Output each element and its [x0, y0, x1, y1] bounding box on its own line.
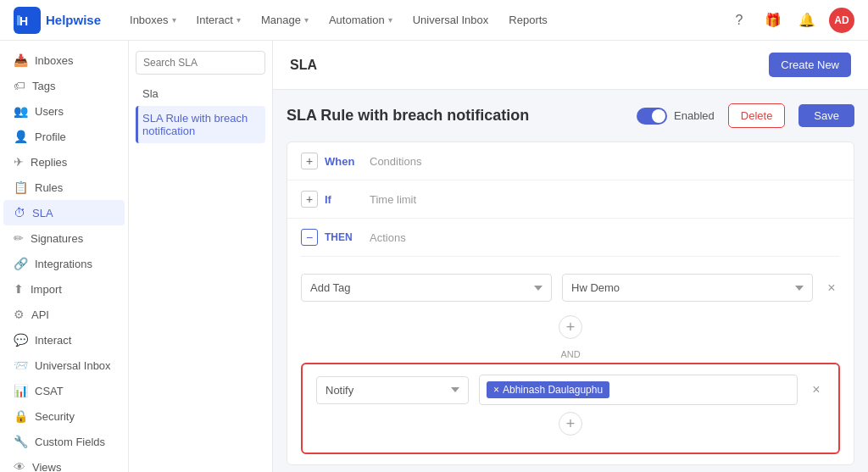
sidebar-item-replies[interactable]: ✈ Replies: [3, 149, 125, 175]
sidebar-item-views[interactable]: 👁 Views: [3, 454, 125, 472]
help-icon[interactable]: ?: [727, 8, 751, 32]
page-title: SLA: [290, 58, 317, 73]
bell-icon[interactable]: 🔔: [795, 8, 819, 32]
when-desc: Conditions: [370, 155, 421, 168]
sidebar-item-inboxes[interactable]: 📥 Inboxes: [3, 47, 125, 73]
then-keyword: THEN: [325, 231, 363, 243]
nav-manage[interactable]: Manage ▾: [253, 8, 317, 31]
avatar[interactable]: AD: [829, 8, 854, 33]
add-notify-action-button[interactable]: +: [559, 412, 582, 436]
page-header: SLA Create New: [273, 41, 868, 90]
app-body: 📥 Inboxes 🏷 Tags 👥 Users 👤 Profile ✈ Rep…: [0, 41, 868, 472]
sla-list-item-2[interactable]: SLA Rule with breach notification: [136, 106, 265, 143]
svg-text:H: H: [19, 14, 28, 28]
sidebar-item-users[interactable]: 👥 Users: [3, 98, 125, 124]
nav-reports[interactable]: Reports: [500, 8, 556, 31]
sidebar-item-integrations[interactable]: 🔗 Integrations: [3, 251, 125, 276]
chip-label: Abhinash Daulaguphu: [503, 384, 603, 396]
integrations-icon: 🔗: [14, 257, 28, 270]
nav-universal-inbox[interactable]: Universal Inbox: [404, 8, 498, 31]
sla-icon: ⏱: [14, 206, 25, 219]
middle-panel: Sla SLA Rule with breach notification: [129, 41, 273, 472]
sidebar-item-sla[interactable]: ⏱ SLA: [3, 200, 125, 225]
save-button[interactable]: Save: [798, 104, 854, 127]
remove-notify-button[interactable]: ×: [808, 381, 825, 398]
sidebar-item-csat[interactable]: 📊 CSAT: [3, 378, 125, 403]
sidebar: 📥 Inboxes 🏷 Tags 👥 Users 👤 Profile ✈ Rep…: [0, 41, 129, 472]
search-sla-input[interactable]: [136, 51, 265, 75]
sidebar-item-custom-fields[interactable]: 🔧 Custom Fields: [3, 429, 125, 454]
rule-name: SLA Rule with breach notification: [287, 107, 623, 125]
remove-action-1-button[interactable]: ×: [823, 280, 840, 297]
action-type-select-1[interactable]: Add Tag Notify Assign Agent: [301, 274, 552, 302]
rule-card: + When Conditions + If Time limit − THEN: [287, 142, 854, 465]
if-desc: Time limit: [370, 193, 416, 206]
when-section: + When Conditions: [287, 142, 854, 180]
sidebar-item-api[interactable]: ⚙ API: [3, 302, 125, 327]
sidebar-item-profile[interactable]: 👤 Profile: [3, 124, 125, 149]
custom-fields-icon: 🔧: [14, 435, 28, 448]
import-icon: ⬆: [14, 282, 24, 296]
enabled-toggle[interactable]: [637, 108, 667, 125]
csat-icon: 📊: [14, 384, 28, 397]
sla-list-item-1[interactable]: Sla: [136, 81, 265, 106]
then-header: − THEN Actions: [301, 229, 840, 257]
add-action-button-1[interactable]: +: [559, 315, 582, 339]
if-expand-btn[interactable]: +: [301, 191, 318, 208]
interact-icon: 💬: [14, 333, 28, 347]
sidebar-item-security[interactable]: 🔒 Security: [3, 403, 125, 429]
inbox-icon: 📥: [14, 53, 28, 67]
when-expand-btn[interactable]: +: [301, 153, 318, 169]
chevron-down-icon: ▾: [388, 15, 392, 25]
then-collapse-btn[interactable]: −: [301, 229, 318, 246]
rules-icon: 📋: [14, 180, 28, 194]
then-section: − THEN Actions Add Tag Notify Assign Age…: [287, 219, 854, 464]
views-icon: 👁: [14, 460, 25, 472]
main-content: SLA Create New SLA Rule with breach noti…: [273, 41, 868, 472]
enabled-label: Enabled: [674, 109, 715, 122]
nav-inboxes[interactable]: Inboxes ▾: [121, 8, 185, 31]
nav-right: ? 🎁 🔔 AD: [727, 8, 854, 33]
tag-icon: 🏷: [14, 79, 25, 92]
chip-prefix: ×: [493, 384, 499, 396]
api-icon: ⚙: [14, 308, 25, 321]
when-keyword: When: [325, 155, 363, 168]
logo-area[interactable]: H Helpwise: [14, 7, 101, 34]
then-body: Add Tag Notify Assign Agent Hw Demo ×: [301, 257, 840, 464]
delete-button[interactable]: Delete: [728, 103, 786, 128]
and-divider: AND: [301, 346, 840, 363]
nav-items: Inboxes ▾ Interact ▾ Manage ▾ Automation…: [121, 8, 727, 31]
rule-title-bar: SLA Rule with breach notification Enable…: [287, 103, 854, 128]
gift-icon[interactable]: 🎁: [761, 8, 785, 32]
users-icon: 👥: [14, 104, 28, 118]
sidebar-item-signatures[interactable]: ✏ Signatures: [3, 225, 125, 251]
notify-value-container[interactable]: × Abhinash Daulaguphu: [479, 375, 798, 405]
nav-automation[interactable]: Automation ▾: [320, 8, 401, 31]
rule-editor: SLA Rule with breach notification Enable…: [273, 90, 868, 472]
signatures-icon: ✏: [14, 231, 24, 245]
svg-rect-2: [17, 15, 20, 25]
notify-row: Notify Add Tag × Abhinash Daulaguphu: [316, 375, 825, 405]
top-nav: H Helpwise Inboxes ▾ Interact ▾ Manage ▾…: [0, 0, 868, 41]
nav-interact[interactable]: Interact ▾: [188, 8, 249, 31]
action-value-select-1[interactable]: Hw Demo: [562, 274, 813, 302]
replies-icon: ✈: [14, 155, 24, 169]
if-keyword: If: [325, 193, 363, 206]
create-new-button[interactable]: Create New: [769, 53, 851, 77]
sidebar-item-import[interactable]: ⬆ Import: [3, 276, 125, 302]
sidebar-item-interact[interactable]: 💬 Interact: [3, 327, 125, 353]
assignee-chip: × Abhinash Daulaguphu: [487, 381, 609, 398]
sidebar-item-universal-inbox[interactable]: 📨 Universal Inbox: [3, 353, 125, 378]
profile-icon: 👤: [14, 130, 28, 143]
helpwise-logo-icon: H: [14, 7, 41, 34]
security-icon: 🔒: [14, 409, 28, 423]
universal-inbox-icon: 📨: [14, 358, 28, 372]
action-row-1: Add Tag Notify Assign Agent Hw Demo ×: [301, 267, 840, 308]
sidebar-item-tags[interactable]: 🏷 Tags: [3, 73, 125, 98]
chevron-down-icon: ▾: [304, 15, 309, 25]
sidebar-item-rules[interactable]: 📋 Rules: [3, 175, 125, 200]
chevron-down-icon: ▾: [236, 15, 241, 25]
then-desc: Actions: [370, 231, 406, 244]
notify-type-select[interactable]: Notify Add Tag: [316, 376, 469, 404]
chevron-down-icon: ▾: [172, 15, 176, 25]
